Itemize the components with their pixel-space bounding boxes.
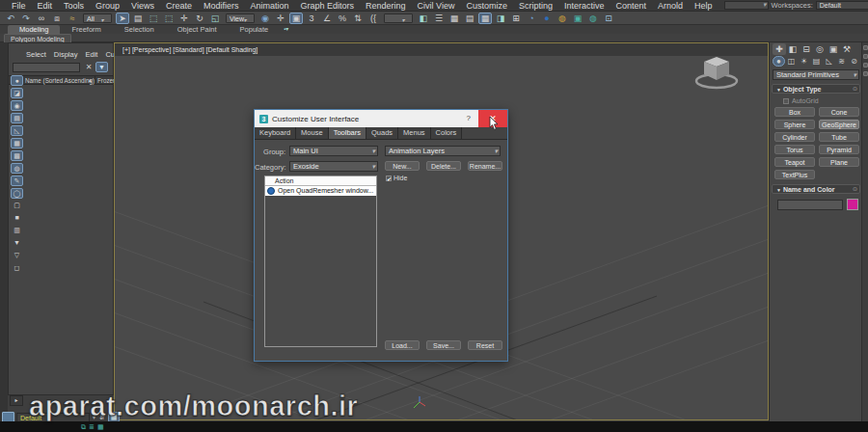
display-tab-icon[interactable]: ▣	[827, 43, 840, 55]
render-iterative-icon[interactable]: ⊡	[602, 13, 615, 24]
list-item[interactable]: Open QuadRemesher window...	[265, 186, 376, 196]
scale-icon[interactable]: ◱	[208, 13, 222, 24]
motion-tab-icon[interactable]: ◎	[813, 43, 827, 55]
material-editor-icon[interactable]: ◔	[525, 13, 538, 24]
rendered-frame-window-icon[interactable]: ▣	[571, 13, 584, 24]
menu-item-civil-view[interactable]: Civil View	[412, 0, 461, 12]
object-type-button-sphere[interactable]: Sphere	[774, 120, 815, 129]
modify-tab-icon[interactable]: ◧	[786, 43, 800, 55]
undo-icon[interactable]: ↶	[4, 13, 17, 24]
explorer-menu-select[interactable]: Select	[22, 50, 50, 59]
object-name-input[interactable]	[777, 200, 843, 210]
explorer-menu-display[interactable]: Display	[50, 50, 82, 59]
dialog-tab-toolbars[interactable]: Toolbars	[329, 127, 366, 139]
menu-item-animation[interactable]: Animation	[244, 0, 294, 12]
percent-snap-icon[interactable]: %	[336, 13, 349, 24]
reset-button[interactable]: Reset	[468, 340, 502, 350]
workspace-dropdown[interactable]: Default▾	[816, 1, 868, 10]
rotate-icon[interactable]: ↻	[193, 13, 206, 24]
explorer-filter-icon[interactable]: ▽	[11, 251, 23, 261]
explorer-filter-icon[interactable]: ▩	[11, 150, 23, 161]
explorer-filter-icon[interactable]: ▢	[11, 201, 23, 211]
bind-spacewarp-icon[interactable]: ≈	[66, 13, 79, 24]
schematic-view-icon[interactable]: ⊞	[509, 13, 523, 24]
spinner-snap-icon[interactable]: ⇅	[351, 13, 365, 24]
object-type-button-tube[interactable]: Tube	[819, 132, 859, 142]
explorer-filter-icon[interactable]: ■	[11, 213, 23, 224]
object-type-button-torus[interactable]: Torus	[774, 145, 815, 154]
explorer-filter-icon[interactable]: ◻	[11, 263, 23, 274]
object-type-button-pyramid[interactable]: Pyramid	[819, 145, 859, 154]
menu-item-content[interactable]: Content	[610, 0, 652, 12]
object-type-button-textplus[interactable]: TextPlus	[774, 170, 815, 179]
select-link-icon[interactable]: ∞	[35, 13, 48, 24]
object-type-button-teapot[interactable]: Teapot	[774, 157, 815, 167]
menu-item-arnold[interactable]: Arnold	[652, 0, 689, 12]
viewport-label[interactable]: [+] [Perspective] [Standard] [Default Sh…	[122, 46, 258, 53]
snap-toggle-icon[interactable]: ▣	[289, 13, 303, 24]
menu-item-views[interactable]: Views	[125, 0, 160, 12]
mirror-icon[interactable]: ◧	[417, 13, 430, 24]
toolbar-select-dropdown[interactable]: Animation Layers ▾	[385, 146, 501, 156]
object-type-button-cylinder[interactable]: Cylinder	[774, 132, 815, 142]
ribbon-tab-selection[interactable]: Selection	[113, 25, 166, 34]
hide-checkbox-row[interactable]: ✔ Hide	[386, 175, 407, 181]
named-selection-dropdown[interactable]: ▾	[384, 14, 413, 23]
menu-item-modifiers[interactable]: Modifiers	[198, 0, 245, 12]
ribbon-tab-freeform[interactable]: Freeform	[60, 25, 112, 34]
polygon-modeling-tab[interactable]: Polygon Modeling	[4, 34, 71, 42]
search-clear-icon[interactable]: ✕	[84, 63, 94, 72]
rect-selection-region-icon[interactable]: ⬚	[147, 13, 160, 24]
utilities-tab-icon[interactable]: ⚒	[840, 43, 854, 55]
explorer-search-input[interactable]	[13, 63, 80, 72]
manipulate-icon[interactable]: ✛	[274, 13, 287, 24]
ribbon-toggle-icon[interactable]: ▤	[463, 13, 476, 24]
explorer-filter-icon[interactable]: ◪	[11, 88, 23, 98]
status-icon[interactable]: ▦	[97, 422, 104, 431]
ribbon-tab-populate[interactable]: Populate	[229, 25, 281, 34]
window-crossing-icon[interactable]: ⬚	[162, 13, 176, 24]
object-type-rollout[interactable]: ▼ Object Type ⊙	[772, 84, 860, 94]
cameras-category-icon[interactable]: ▤	[810, 56, 823, 67]
menu-item-tools[interactable]: Tools	[58, 0, 90, 12]
dialog-tab-menus[interactable]: Menus	[398, 127, 431, 139]
dialog-tab-colors[interactable]: Colors	[431, 127, 463, 139]
object-type-button-plane[interactable]: Plane	[819, 157, 859, 167]
ribbon-tab-modeling[interactable]: Modeling	[8, 25, 60, 34]
explorer-filter-icon[interactable]: ▦	[11, 138, 23, 148]
viewcube-icon[interactable]	[692, 51, 741, 94]
menu-item-scripting[interactable]: Scripting	[513, 0, 558, 12]
render-production-icon[interactable]: ◍	[586, 13, 600, 24]
explorer-filter-icon[interactable]: ●	[11, 75, 23, 86]
name-column-header[interactable]: Name (Sorted Ascending)	[25, 76, 95, 85]
status-icon[interactable]: ⧉	[81, 422, 86, 431]
ref-coord-dropdown[interactable]: View▾	[226, 14, 255, 23]
render-setup-icon[interactable]: ◍	[556, 13, 569, 24]
explorer-filter-icon[interactable]: ▥	[11, 226, 23, 236]
menu-item-group[interactable]: Group	[90, 0, 125, 12]
menu-item-rendering[interactable]: Rendering	[360, 0, 412, 12]
selection-filter-dropdown[interactable]: All▾	[83, 14, 112, 23]
toolbar-search-dropdown[interactable]: ▾	[724, 1, 769, 10]
primitive-type-dropdown[interactable]: Standard Primitives ▾	[773, 69, 859, 80]
help-button[interactable]: ?	[467, 110, 471, 127]
delete-button[interactable]: Delete...	[426, 161, 461, 171]
save-button[interactable]: Save...	[426, 340, 461, 350]
pin-icon[interactable]: ⊙	[853, 85, 857, 94]
explorer-menu-edit[interactable]: Edit	[81, 50, 101, 59]
dialog-title-bar[interactable]: 3 Customize User Interface ? ✕	[255, 110, 507, 127]
select-object-icon[interactable]: ➤	[116, 13, 129, 24]
geometry-category-icon[interactable]: ●	[773, 56, 785, 67]
rename-button[interactable]: Rename...	[468, 161, 502, 171]
object-type-button-box[interactable]: Box	[774, 107, 815, 117]
new-button[interactable]: New...	[385, 161, 420, 171]
explorer-filter-icon[interactable]: ▤	[11, 113, 23, 123]
quadremesher-icon[interactable]: ●	[540, 13, 554, 24]
object-color-swatch[interactable]	[847, 199, 858, 210]
category-dropdown[interactable]: Exoside ▾	[289, 161, 378, 172]
status-icon[interactable]: ≣	[89, 422, 95, 431]
menu-item-graph-editors[interactable]: Graph Editors	[294, 0, 360, 12]
angle-snap-icon[interactable]: ∠	[320, 13, 334, 24]
explorer-filter-icon[interactable]: ◺	[11, 125, 23, 136]
snap-3d-icon[interactable]: 3	[305, 13, 318, 24]
